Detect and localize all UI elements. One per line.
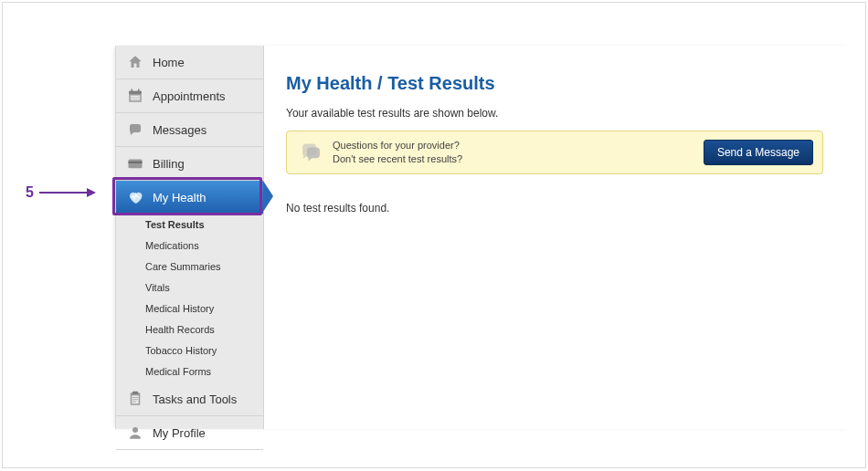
subnav-label: Tobacco History: [145, 345, 217, 356]
nav-my-health-wrap: My Health: [116, 181, 263, 215]
notice-box: Questions for your provider? Don't see r…: [286, 131, 823, 174]
nav-messages[interactable]: Messages: [116, 113, 263, 147]
nav-label: My Profile: [153, 426, 254, 440]
nav-my-health[interactable]: My Health: [116, 181, 263, 214]
my-health-subnav: Test Results Medications Care Summaries …: [116, 215, 263, 382]
card-icon: [127, 155, 143, 172]
step-number: 5: [26, 184, 34, 201]
page-frame: 5 Home Appointments Messages: [2, 2, 866, 468]
svg-rect-3: [138, 89, 140, 93]
main-content: My Health / Test Results Your available …: [264, 46, 851, 429]
svg-rect-7: [131, 99, 141, 100]
subnav-label: Medications: [145, 240, 199, 251]
subnav-medications[interactable]: Medications: [116, 236, 263, 256]
svg-rect-5: [131, 95, 141, 96]
clipboard-icon: [127, 391, 143, 407]
step-annotation: 5: [26, 184, 94, 201]
app-shell: Home Appointments Messages Billing: [115, 46, 851, 429]
calendar-icon: [127, 88, 143, 104]
notice-text: Questions for your provider? Don't see r…: [333, 139, 693, 166]
sidebar: Home Appointments Messages Billing: [116, 46, 264, 429]
nav-label: Billing: [153, 157, 254, 171]
subnav-label: Vitals: [145, 282, 170, 293]
nav-home[interactable]: Home: [116, 46, 263, 79]
notice-line-1: Questions for your provider?: [333, 139, 693, 152]
svg-rect-9: [129, 162, 143, 163]
svg-rect-1: [129, 91, 142, 94]
subnav-vitals[interactable]: Vitals: [116, 277, 263, 298]
subnav-label: Medical History: [145, 303, 214, 314]
person-icon: [127, 424, 143, 441]
nav-my-profile[interactable]: My Profile: [116, 416, 263, 450]
svg-point-13: [132, 427, 138, 433]
subnav-label: Test Results: [145, 219, 205, 230]
subnav-medical-forms[interactable]: Medical Forms: [116, 361, 263, 382]
subnav-care-summaries[interactable]: Care Summaries: [116, 256, 263, 277]
nav-label: Tasks and Tools: [153, 392, 254, 406]
nav-label: My Health: [153, 191, 206, 204]
lead-text: Your available test results are shown be…: [286, 107, 823, 120]
page-title: My Health / Test Results: [286, 73, 823, 94]
subnav-label: Medical Forms: [145, 366, 211, 377]
nav-billing[interactable]: Billing: [116, 147, 263, 181]
subnav-tobacco-history[interactable]: Tobacco History: [116, 340, 263, 361]
arrow-icon: [39, 192, 94, 194]
home-icon: [127, 54, 143, 70]
nav-label: Home: [153, 56, 254, 69]
chat-bubble-icon: [298, 142, 322, 162]
notice-line-2: Don't see recent test results?: [333, 152, 693, 166]
subnav-label: Health Records: [145, 324, 215, 335]
nav-label: Appointments: [153, 89, 254, 103]
nav-label: Messages: [153, 123, 254, 137]
subnav-test-results[interactable]: Test Results: [116, 215, 263, 236]
nav-appointments[interactable]: Appointments: [116, 79, 263, 113]
chat-icon: [127, 121, 143, 138]
subnav-label: Care Summaries: [145, 261, 221, 272]
subnav-medical-history[interactable]: Medical History: [116, 298, 263, 319]
heart-icon: [127, 189, 143, 205]
svg-rect-6: [131, 98, 141, 99]
svg-rect-11: [132, 392, 138, 394]
svg-rect-2: [132, 89, 133, 93]
nav-tasks-tools[interactable]: Tasks and Tools: [116, 382, 263, 416]
svg-rect-8: [129, 160, 143, 169]
send-message-button[interactable]: Send a Message: [704, 140, 813, 165]
subnav-health-records[interactable]: Health Records: [116, 319, 263, 340]
empty-state-text: No test results found.: [286, 202, 823, 215]
